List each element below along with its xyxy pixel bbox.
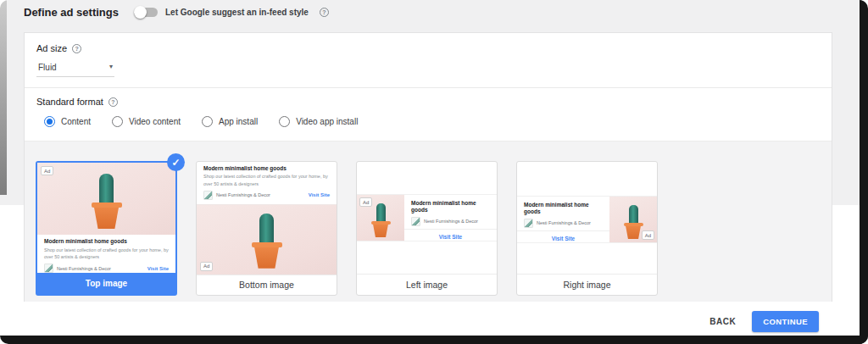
ad-badge: Ad	[359, 197, 372, 207]
back-button[interactable]: BACK	[706, 312, 739, 331]
card-bottom-image[interactable]: Modern minimalist home goods Shop our la…	[196, 161, 337, 296]
advertiser-logo	[44, 264, 53, 273]
visit-site-link: Visit Site	[517, 231, 609, 241]
advertiser-logo	[203, 191, 213, 200]
ad-description: Shop our latest collection of crafted go…	[203, 173, 330, 187]
ad-image-area: Ad	[609, 197, 657, 242]
continue-button[interactable]: CONTINUE	[752, 311, 819, 332]
visit-site-link: Visit Site	[147, 266, 169, 271]
radio-video-app-install[interactable]: Video app install	[279, 116, 358, 127]
cactus-image	[624, 205, 643, 239]
radio-selected-icon	[44, 116, 55, 127]
spacer	[517, 162, 657, 196]
card-label-right-image: Right image	[517, 274, 657, 295]
ad-image-area: Ad	[197, 205, 337, 275]
format-cards-strip: ✓ Ad Modern minimalist home goods Shop o…	[25, 141, 832, 302]
standard-format-label: Standard format	[36, 97, 103, 107]
standard-format-section: Standard format ? Content Video content …	[25, 88, 832, 141]
radio-content[interactable]: Content	[44, 116, 91, 127]
format-radio-group: Content Video content App install Video …	[36, 116, 820, 127]
radio-icon	[112, 116, 123, 127]
advertiser-logo	[411, 217, 420, 226]
screenshot-frame: Define ad settings Let Google suggest an…	[0, 0, 868, 344]
ad-image-area: Ad	[357, 195, 404, 241]
cactus-image	[371, 203, 391, 237]
radio-icon	[202, 116, 213, 127]
ad-headline: Modern minimalist home goods	[411, 200, 490, 214]
advertiser-name: Nesti Furnishings & Decor	[216, 192, 305, 197]
advertiser-name: Nesti Furnishings & Decor	[57, 266, 144, 271]
ad-text-area: Modern minimalist home goods Nesti Furni…	[517, 197, 609, 242]
ad-size-section: Ad size ? Fluid ▾	[25, 33, 832, 87]
check-icon: ✓	[167, 153, 185, 171]
card-label-bottom-image: Bottom image	[197, 275, 337, 295]
ad-size-help-icon[interactable]: ?	[72, 44, 81, 53]
ad-image-area: Ad	[37, 163, 175, 235]
standard-format-help-icon[interactable]: ?	[108, 97, 118, 107]
ad-badge: Ad	[41, 166, 53, 175]
ad-badge: Ad	[642, 230, 654, 240]
suggest-infeed-toggle-label: Let Google suggest an in-feed style	[165, 8, 309, 17]
card-left-image[interactable]: Ad Modern minimalist home goods Nesti Fu…	[356, 161, 498, 296]
card-label-left-image: Left image	[357, 274, 497, 295]
ad-text-area: Modern minimalist home goods Nesti Furni…	[404, 195, 497, 241]
ad-unit: Ad Modern minimalist home goods Nesti Fu…	[357, 194, 497, 241]
ad-headline: Modern minimalist home goods	[524, 202, 603, 216]
card-right-image[interactable]: Modern minimalist home goods Nesti Furni…	[516, 161, 658, 296]
ad-unit: Modern minimalist home goods Nesti Furni…	[517, 196, 657, 243]
ad-size-value: Fluid	[38, 63, 57, 72]
ad-headline: Modern minimalist home goods	[203, 165, 330, 172]
card-top-image[interactable]: ✓ Ad Modern minimalist home goods Shop o…	[36, 161, 177, 296]
advertiser-name: Nesti Furnishings & Decor	[424, 219, 490, 224]
frame-right-border	[860, 0, 868, 344]
cactus-image	[92, 174, 122, 229]
ad-size-select[interactable]: Fluid ▾	[36, 63, 114, 77]
chevron-down-icon: ▾	[109, 63, 113, 70]
radio-video-content[interactable]: Video content	[112, 116, 181, 127]
card-label-top-image: Top image	[37, 273, 175, 294]
ad-description: Shop our latest collection of crafted go…	[44, 247, 169, 261]
ad-text-area: Modern minimalist home goods Shop our la…	[37, 235, 175, 273]
radio-app-install[interactable]: App install	[202, 116, 258, 127]
frame-left-shadow	[0, 0, 7, 195]
page-header: Define ad settings Let Google suggest an…	[24, 6, 329, 19]
page-title: Define ad settings	[24, 6, 119, 19]
frame-bottom-border	[0, 336, 868, 344]
radio-icon	[279, 116, 290, 127]
visit-site-link: Visit Site	[309, 192, 330, 197]
advertiser-name: Nesti Furnishings & Decor	[537, 220, 603, 225]
footer-actions: BACK CONTINUE	[706, 311, 819, 332]
visit-site-link: Visit Site	[404, 230, 497, 240]
ad-size-label: Ad size	[36, 43, 67, 53]
spacer	[357, 162, 497, 194]
ad-text-area: Modern minimalist home goods Shop our la…	[197, 162, 337, 205]
ad-badge: Ad	[200, 262, 213, 271]
suggest-infeed-toggle[interactable]	[134, 6, 158, 19]
cactus-image	[252, 214, 282, 269]
ad-settings-panel: Ad size ? Fluid ▾ Standard format ? Cont…	[24, 32, 832, 302]
advertiser-logo	[524, 219, 533, 228]
toggle-knob-icon	[134, 6, 147, 19]
help-icon[interactable]: ?	[320, 8, 329, 17]
ad-headline: Modern minimalist home goods	[44, 238, 169, 245]
